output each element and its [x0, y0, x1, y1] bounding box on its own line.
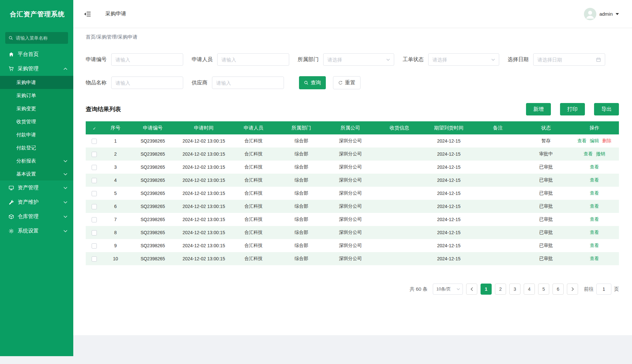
view-link[interactable]: 查看: [590, 230, 599, 235]
filter-date: 选择日期: [508, 53, 605, 66]
sidebar-item-label: 采购申请: [16, 79, 36, 86]
sidebar-item-purchase-change[interactable]: 采购变更: [0, 102, 73, 115]
select-all-checkbox[interactable]: [92, 126, 97, 131]
status-select[interactable]: [428, 53, 499, 66]
view-link[interactable]: 查看: [584, 151, 593, 156]
sidebar-item-payment-apply[interactable]: 付款申请: [0, 128, 73, 141]
sidebar-item-label: 仓库管理: [18, 213, 39, 220]
sidebar-item-asset[interactable]: 资产管理: [0, 181, 73, 195]
sidebar-item-basic-settings[interactable]: 基本设置: [0, 167, 73, 181]
view-link[interactable]: 查看: [590, 217, 599, 222]
sidebar-fold-icon[interactable]: [84, 11, 91, 17]
cell-company: 深圳分公司: [326, 213, 375, 226]
cell-ops: 查看编辑删除: [570, 134, 619, 147]
filter-row-1: 申请编号 申请人员 所属部门 工单状: [86, 53, 619, 66]
sidebar-item-analysis-report[interactable]: 分析报表: [0, 154, 73, 167]
cell-department: 综合部: [277, 134, 326, 147]
cell-ops: 查看: [570, 161, 619, 174]
sidebar-item-payment-register[interactable]: 付款登记: [0, 141, 73, 154]
cell-apply-time: 2024-12-02 13:00:15: [177, 134, 230, 147]
supplier-input[interactable]: [216, 80, 280, 86]
delete-link[interactable]: 删除: [602, 138, 611, 143]
sidebar-item-purchase-apply[interactable]: 采购申请: [0, 76, 73, 89]
cell-checkbox: [86, 161, 103, 174]
department-select-input[interactable]: [327, 57, 384, 62]
sidebar-item-label: 分析报表: [16, 158, 36, 164]
row-checkbox[interactable]: [92, 230, 97, 235]
cell-status: 已审批: [522, 213, 570, 226]
cell-department: 综合部: [277, 147, 326, 161]
row-checkbox[interactable]: [92, 191, 97, 196]
header-remark: 备注: [474, 121, 522, 134]
date-picker[interactable]: [533, 53, 605, 66]
row-checkbox[interactable]: [92, 256, 97, 262]
view-link[interactable]: 查看: [590, 177, 599, 182]
results-header: 查询结果列表 新增 打印 导出: [86, 103, 619, 115]
page-size-select[interactable]: 10条/页: [433, 284, 463, 295]
chevron-down-icon: [63, 216, 67, 218]
print-button[interactable]: 打印: [560, 103, 585, 115]
sidebar-item-warehouse[interactable]: 仓库管理: [0, 209, 73, 224]
page-button-6[interactable]: 6: [553, 284, 564, 295]
tab-purchase-apply[interactable]: 采购申请: [105, 10, 126, 17]
table-row: 6 SQ2398265 2024-12-02 13:00:15 合汇科技 综合部…: [86, 200, 619, 213]
page-button-2[interactable]: 2: [495, 284, 506, 295]
cell-apply-time: 2024-12-02 13:00:15: [177, 226, 230, 239]
add-button[interactable]: 新增: [526, 103, 551, 115]
revoke-link[interactable]: 撤销: [596, 151, 605, 156]
filter-label: 所属部门: [298, 56, 319, 63]
page-button-5[interactable]: 5: [538, 284, 549, 295]
view-link[interactable]: 查看: [590, 243, 599, 248]
prev-page-button[interactable]: [466, 284, 477, 295]
sidebar-item-purchase-order[interactable]: 采购订单: [0, 89, 73, 102]
view-link[interactable]: 查看: [590, 203, 599, 209]
export-button[interactable]: 导出: [594, 103, 619, 115]
page-size-value: 10条/页: [436, 286, 451, 292]
apply-no-input[interactable]: [115, 57, 179, 62]
sidebar-item-system[interactable]: 系统设置: [0, 224, 73, 238]
row-checkbox[interactable]: [92, 152, 97, 157]
cell-department: 综合部: [277, 239, 326, 252]
item-name-input[interactable]: [115, 80, 179, 86]
view-link[interactable]: 查看: [590, 190, 599, 196]
table-row: 10 SQ2398265 2024-12-02 13:00:15 合汇科技 综合…: [86, 252, 619, 265]
cell-ops: 查看: [570, 187, 619, 200]
reset-button[interactable]: 重置: [333, 76, 360, 89]
chevron-down-icon: [63, 201, 67, 203]
goto-page-input[interactable]: [596, 284, 611, 295]
row-checkbox[interactable]: [92, 165, 97, 170]
row-checkbox[interactable]: [92, 139, 97, 144]
page-button-3[interactable]: 3: [509, 284, 520, 295]
applicant-input[interactable]: [221, 57, 285, 62]
box-icon: [9, 214, 14, 219]
menu-search[interactable]: [5, 32, 68, 44]
cell-status: 已审批: [522, 200, 570, 213]
row-checkbox[interactable]: [92, 178, 97, 183]
next-page-button[interactable]: [567, 284, 578, 295]
status-select-input[interactable]: [432, 57, 489, 62]
row-checkbox[interactable]: [92, 243, 97, 249]
query-button[interactable]: 查询: [299, 76, 326, 89]
department-select[interactable]: [323, 53, 394, 66]
sidebar-item-maintenance[interactable]: 资产维护: [0, 195, 73, 209]
cell-receipt: [375, 226, 424, 239]
view-link[interactable]: 查看: [590, 164, 599, 169]
page-button-4[interactable]: 4: [524, 284, 535, 295]
view-link[interactable]: 查看: [577, 138, 587, 143]
page-button-1[interactable]: 1: [481, 284, 492, 295]
filter-department: 所属部门: [298, 53, 394, 66]
edit-link[interactable]: 编辑: [590, 138, 599, 143]
row-checkbox[interactable]: [92, 204, 97, 209]
sidebar-item-purchase[interactable]: 采购管理: [0, 61, 73, 76]
view-link[interactable]: 查看: [590, 256, 599, 261]
cell-checkbox: [86, 187, 103, 200]
cell-apply-time: 2024-12-02 13:00:15: [177, 239, 230, 252]
sidebar-item-receiving[interactable]: 收货管理: [0, 115, 73, 128]
header-ops: 操作: [570, 121, 619, 134]
cell-department: 综合部: [277, 187, 326, 200]
sidebar-item-home[interactable]: 平台首页: [0, 47, 73, 61]
date-input[interactable]: [537, 57, 594, 62]
row-checkbox[interactable]: [92, 217, 97, 222]
user-menu[interactable]: admin: [584, 8, 619, 20]
menu-search-input[interactable]: [16, 35, 75, 41]
